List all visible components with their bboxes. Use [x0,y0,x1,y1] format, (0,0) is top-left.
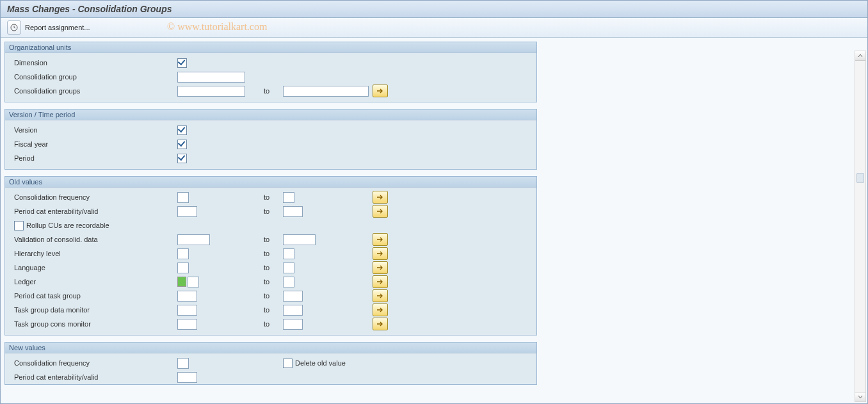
label-delete-old: Delete old value [295,359,346,367]
group-version-time: Version / Time period Version Fiscal yea… [4,109,537,170]
multi-select-button[interactable] [373,303,388,316]
clock-icon [10,24,18,31]
page-title: Mass Changes - Consolidation Groups [1,1,867,18]
task-cons-from-input[interactable] [177,319,197,330]
vertical-scrollbar[interactable] [855,51,866,402]
scrollbar-thumb[interactable] [856,173,864,183]
arrow-right-icon [377,88,383,93]
multi-select-button[interactable] [373,318,388,330]
chevron-down-icon [858,395,863,399]
new-cons-freq-input[interactable] [177,358,189,369]
multi-select-button[interactable] [373,261,388,274]
selection-indicator-icon[interactable] [177,277,186,287]
label-consolidation-group: Consolidation group [5,73,177,81]
group-header: Organizational units [5,42,536,53]
task-cons-to-input[interactable] [283,319,303,330]
consolidation-group-input[interactable] [177,72,245,83]
label-language: Language [5,264,177,271]
to-label: to [264,278,283,286]
label-cons-frequency: Consolidation frequency [5,193,177,201]
label-new-cons-freq: Consolidation frequency [5,359,177,367]
to-label: to [264,236,283,243]
arrow-right-icon [377,251,383,256]
multi-select-button[interactable] [373,191,388,204]
task-data-to-input[interactable] [283,305,303,316]
to-label: to [264,320,283,328]
cons-freq-to-input[interactable] [283,192,294,203]
multi-select-button[interactable] [373,85,388,97]
ledger-from-input[interactable] [188,277,199,287]
content-area: Organizational units Dimension Consolida… [1,38,867,389]
multi-select-button[interactable] [373,275,388,288]
group-header: New values [5,343,536,353]
arrow-right-icon [377,293,383,298]
group-old-values: Old values Consolidation frequency to Pe… [4,176,537,335]
fiscal-year-checkbox[interactable] [177,140,187,149]
scroll-up-button[interactable] [855,51,865,61]
report-assignment-link[interactable]: Report assignment... [25,24,90,31]
group-organizational-units: Organizational units Dimension Consolida… [4,42,537,102]
to-label: to [264,250,283,257]
arrow-right-icon [377,237,383,242]
chevron-up-icon [858,54,863,58]
scroll-down-button[interactable] [855,392,865,401]
group-header: Version / Time period [5,109,536,120]
cons-groups-to-input[interactable] [283,86,369,97]
label-validation: Validation of consolid. data [5,236,177,243]
to-label: to [264,264,283,271]
label-task-cons: Task group cons monitor [5,320,177,328]
arrow-right-icon [377,321,383,327]
validation-from-input[interactable] [177,234,210,245]
dimension-checkbox[interactable] [177,58,187,68]
label-new-period-cat: Period cat enterability/valid [5,373,177,381]
label-ledger: Ledger [5,278,177,286]
label-dimension: Dimension [5,59,177,67]
group-new-values: New values Consolidation frequency Delet… [4,342,537,385]
toolbar: Report assignment... [1,18,867,38]
language-to-input[interactable] [283,263,294,273]
multi-select-button[interactable] [373,289,388,302]
rollup-checkbox[interactable] [14,221,24,230]
delete-old-checkbox[interactable] [283,359,293,368]
label-task-data: Task group data monitor [5,306,177,314]
group-header: Old values [5,177,536,188]
task-group-to-input[interactable] [283,291,303,302]
multi-select-button[interactable] [373,247,388,260]
multi-select-button[interactable] [373,233,388,246]
label-period: Period [5,154,177,162]
multi-select-button[interactable] [373,205,388,218]
to-label: to [264,87,283,95]
label-hierarchy: Hierarchy level [5,250,177,257]
to-label: to [264,193,283,201]
arrow-right-icon [377,279,383,284]
label-version: Version [5,126,177,134]
period-cat-to-input[interactable] [283,206,303,217]
label-consolidation-groups: Consolidation groups [5,87,177,95]
label-period-cat: Period cat enterability/valid [5,207,177,215]
hierarchy-from-input[interactable] [177,248,189,259]
arrow-right-icon [377,265,383,270]
to-label: to [264,306,283,314]
to-label: to [264,207,283,215]
arrow-right-icon [377,209,383,214]
period-checkbox[interactable] [177,154,187,163]
version-checkbox[interactable] [177,125,187,135]
label-task-group: Period cat task group [5,292,177,300]
label-rollup: Rollup CUs are recordable [26,222,109,229]
cons-freq-from-input[interactable] [177,192,189,203]
execute-button[interactable] [7,20,21,35]
hierarchy-to-input[interactable] [283,248,294,259]
arrow-right-icon [377,195,383,200]
validation-to-input[interactable] [283,234,316,245]
to-label: to [264,292,283,300]
period-cat-from-input[interactable] [177,206,197,217]
arrow-right-icon [377,307,383,312]
language-from-input[interactable] [177,263,189,273]
label-fiscal-year: Fiscal year [5,140,177,148]
task-group-from-input[interactable] [177,291,197,302]
task-data-from-input[interactable] [177,305,197,316]
cons-groups-from-input[interactable] [177,86,245,97]
ledger-to-input[interactable] [283,277,294,287]
new-period-cat-input[interactable] [177,372,197,383]
